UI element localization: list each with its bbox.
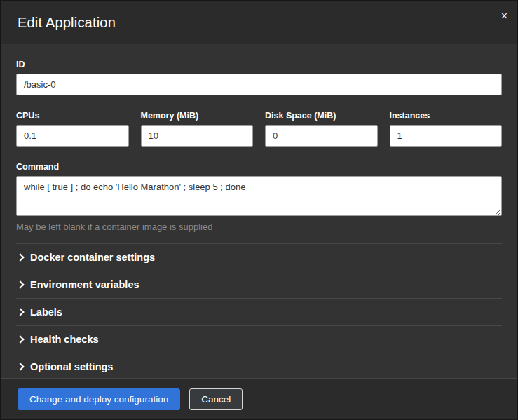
section-label: Environment variables bbox=[30, 279, 139, 290]
modal-footer: Change and deploy configuration Cancel bbox=[1, 378, 517, 419]
cpus-input[interactable] bbox=[16, 125, 129, 147]
command-label: Command bbox=[16, 162, 502, 172]
modal-title: Edit Application bbox=[18, 15, 116, 31]
memory-input[interactable] bbox=[141, 125, 254, 147]
command-textarea[interactable]: while [ true ] ; do echo 'Hello Marathon… bbox=[16, 176, 502, 216]
edit-application-modal: Edit Application × ID CPUs Memory (MiB) … bbox=[0, 0, 518, 420]
section-docker-container-settings[interactable]: Docker container settings bbox=[16, 243, 502, 271]
section-label: Optional settings bbox=[30, 361, 113, 372]
section-label: Health checks bbox=[30, 334, 99, 345]
command-help-text: May be left blank if a container image i… bbox=[16, 222, 502, 232]
disk-input[interactable] bbox=[265, 125, 378, 147]
id-field: ID bbox=[16, 60, 502, 95]
id-label: ID bbox=[16, 60, 502, 69]
section-optional-settings[interactable]: Optional settings bbox=[16, 353, 502, 378]
section-health-checks[interactable]: Health checks bbox=[16, 325, 502, 353]
resources-row: CPUs Memory (MiB) Disk Space (MiB) Insta… bbox=[16, 111, 502, 147]
close-icon[interactable]: × bbox=[501, 11, 507, 22]
section-label: Docker container settings bbox=[30, 252, 155, 263]
cpus-label: CPUs bbox=[16, 111, 129, 121]
instances-input[interactable] bbox=[390, 125, 503, 147]
modal-body: ID CPUs Memory (MiB) Disk Space (MiB) In… bbox=[1, 44, 517, 378]
settings-accordion: Docker container settings Environment va… bbox=[16, 243, 502, 378]
change-and-deploy-button[interactable]: Change and deploy configuration bbox=[18, 388, 180, 410]
disk-field: Disk Space (MiB) bbox=[265, 111, 378, 147]
instances-label: Instances bbox=[390, 111, 503, 121]
disk-label: Disk Space (MiB) bbox=[265, 111, 378, 121]
chevron-right-icon bbox=[16, 253, 24, 261]
chevron-right-icon bbox=[16, 363, 24, 370]
section-environment-variables[interactable]: Environment variables bbox=[16, 271, 502, 298]
cancel-button[interactable]: Cancel bbox=[189, 388, 243, 410]
memory-field: Memory (MiB) bbox=[141, 111, 254, 147]
modal-header: Edit Application × bbox=[1, 1, 517, 44]
command-field: Command while [ true ] ; do echo 'Hello … bbox=[16, 162, 502, 232]
cpus-field: CPUs bbox=[16, 111, 129, 147]
section-label: Labels bbox=[30, 306, 62, 318]
chevron-right-icon bbox=[16, 335, 24, 343]
memory-label: Memory (MiB) bbox=[141, 111, 254, 121]
chevron-right-icon bbox=[16, 308, 24, 316]
id-input[interactable] bbox=[16, 74, 502, 95]
chevron-right-icon bbox=[16, 280, 24, 288]
section-labels[interactable]: Labels bbox=[16, 298, 502, 325]
instances-field: Instances bbox=[390, 111, 503, 147]
